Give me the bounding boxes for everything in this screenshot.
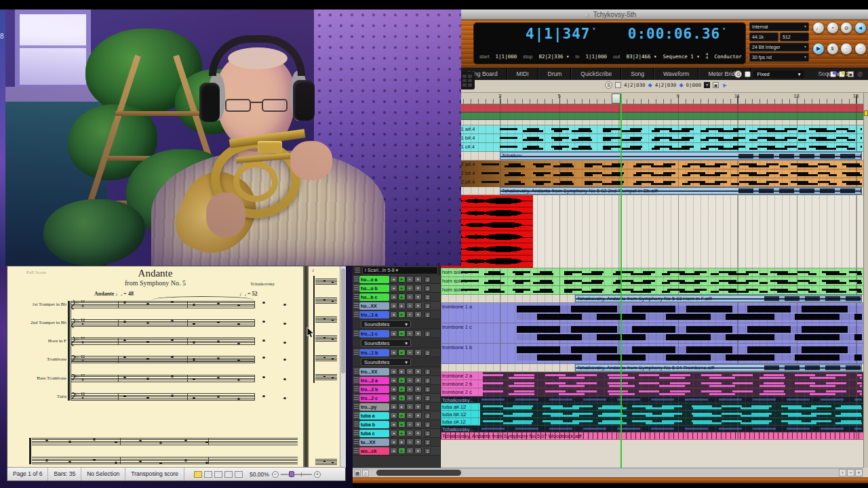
play-enable-button[interactable]: ▸: [398, 403, 406, 410]
track-name-chip[interactable]: ho...o b: [359, 285, 389, 292]
zoom-in-button[interactable]: +: [855, 469, 863, 476]
play-enable-button[interactable]: ▸: [398, 377, 406, 384]
audio-clip[interactable]: Tchaikovsky, Andante from Symphony No 5 …: [500, 187, 862, 195]
record-arm-button[interactable]: ▪: [406, 403, 414, 410]
midi-track-lane[interactable]: tuba c#.12: [441, 418, 863, 426]
marker-strip[interactable]: [441, 104, 863, 113]
zoom-slider-thumb[interactable]: [289, 471, 294, 477]
play-enable-button[interactable]: ▸: [398, 447, 406, 454]
midi-track-lane[interactable]: trumpet 2 a#.4: [441, 161, 863, 169]
track-name-chip[interactable]: ho...o a: [359, 276, 389, 283]
spread-view-icon[interactable]: [204, 471, 212, 478]
mute-button[interactable]: ◂: [390, 421, 397, 428]
track-menu-button[interactable]: ▾: [414, 293, 422, 300]
audio-track-lane[interactable]: Tchaikovsky, Andante from Symphony No 5 …: [441, 432, 863, 440]
soundbites-dropdown[interactable]: Soundbites▾: [361, 358, 411, 366]
track-name-chip[interactable]: tro...XX: [359, 368, 389, 375]
audible-mode-button[interactable]: ⊘: [840, 22, 852, 34]
vertical-scrollbar[interactable]: [863, 93, 868, 468]
record-arm-button[interactable]: ▪: [406, 421, 414, 428]
track-menu-button[interactable]: ▾: [414, 302, 422, 309]
audio-track-lane[interactable]: Tchaikovsky, Andante from Symphony No 5 …: [441, 364, 863, 372]
tab-drum[interactable]: Drum: [538, 68, 572, 80]
snap-toggle[interactable]: S: [605, 81, 612, 89]
track-row[interactable]: tro...1 b◂▸▪▾2: [353, 348, 440, 357]
track-name-chip[interactable]: tuba a: [359, 412, 389, 420]
edit-grid-checkbox[interactable]: [745, 71, 751, 77]
track-menu-button[interactable]: ▾: [414, 394, 422, 401]
audio-clip[interactable]: Tchaikov...: [500, 152, 862, 160]
drag-grip-icon[interactable]: [354, 413, 359, 419]
memory-box[interactable]: ▣: [713, 82, 719, 88]
output-assign-box[interactable]: 2: [425, 430, 431, 436]
output-assign-box[interactable]: 2: [425, 331, 431, 337]
measure-ruler[interactable]: 3579111315: [441, 93, 863, 104]
metronome-button[interactable]: ♩: [812, 22, 825, 34]
output-assign-box[interactable]: 2: [425, 413, 431, 419]
mute-button[interactable]: ◂: [390, 293, 397, 300]
countoff-button[interactable]: ◔: [827, 22, 839, 34]
output-assign-box[interactable]: 2: [425, 350, 431, 356]
record-arm-button[interactable]: ▪: [406, 349, 414, 356]
audio-track-lane[interactable]: trombone 1 b: [441, 344, 863, 364]
output-assign-box[interactable]: 2: [425, 386, 431, 392]
tool-palette-icon[interactable]: [460, 72, 475, 89]
track-name-chip[interactable]: ho...XX: [359, 302, 389, 310]
zoom-slider[interactable]: − +: [272, 471, 321, 478]
track-name-chip[interactable]: tuba c: [359, 430, 389, 437]
audio-track-lane[interactable]: Tchaikovsky...: [441, 426, 863, 432]
track-menu-button[interactable]: ▾: [414, 430, 422, 436]
drag-grip-icon[interactable]: [354, 430, 359, 436]
play-enable-button[interactable]: ▸: [398, 394, 406, 401]
track-name-chip[interactable]: tro...py: [359, 403, 389, 411]
track-menu-button[interactable]: ▾: [414, 412, 422, 419]
output-assign-box[interactable]: 2: [425, 285, 431, 291]
extra-button-1[interactable]: ·: [840, 43, 852, 55]
output-assign-box[interactable]: 2: [425, 439, 431, 445]
mute-button[interactable]: ◂: [390, 349, 397, 356]
output-assign-box[interactable]: 2: [425, 303, 431, 309]
rel-mode-box[interactable]: ▣: [848, 71, 854, 77]
play-enable-button[interactable]: ▸: [398, 276, 406, 283]
track-name-chip[interactable]: tu...XX: [359, 439, 389, 446]
zoom-out-icon[interactable]: −: [272, 471, 279, 478]
tab-waveform[interactable]: Waveform: [654, 68, 698, 80]
play-enable-button[interactable]: ▸: [398, 430, 406, 436]
playhead-handle[interactable]: [612, 94, 620, 104]
zoom-in-icon[interactable]: +: [314, 471, 321, 478]
track-row[interactable]: ho...XX◂▸▪▾2: [353, 302, 440, 310]
track-group-dropdown[interactable]: I Scarl...In 5-8 ▾: [362, 266, 438, 274]
wizard-button[interactable]: ▶: [812, 43, 825, 55]
drag-grip-icon[interactable]: [354, 395, 359, 401]
track-row[interactable]: ho...o a◂▸▪▾2: [353, 275, 440, 284]
solo-button[interactable]: $: [827, 43, 839, 55]
mute-button[interactable]: ◂: [390, 386, 397, 392]
record-arm-button[interactable]: ▪: [406, 386, 414, 392]
drag-grip-icon[interactable]: [354, 422, 359, 428]
mute-button[interactable]: ◂: [390, 377, 397, 384]
track-row[interactable]: tuba c◂▸▪▾2: [353, 429, 440, 438]
tab-quickscribe[interactable]: QuickScribe: [571, 68, 621, 80]
midi-track-lane[interactable]: trombone 2 b: [441, 380, 863, 388]
sync-dropdown[interactable]: 24 Bit Integer▾: [749, 43, 809, 52]
mute-button[interactable]: ◂: [390, 311, 397, 318]
audio-clip[interactable]: Tchaikovsky, Andante from Symphony No 5 …: [575, 295, 862, 302]
output-assign-box[interactable]: 2: [425, 312, 431, 318]
midi-track-lane[interactable]: trumpet 1 a#.4: [441, 125, 863, 134]
mute-button[interactable]: ◂: [390, 330, 397, 337]
audio-clip[interactable]: Tchaikovsky, Andante from Symphony No 5 …: [575, 364, 862, 371]
play-enable-button[interactable]: ▸: [398, 330, 406, 337]
record-arm-button[interactable]: ▪: [406, 293, 414, 300]
conductor-field[interactable]: Conductor: [714, 54, 742, 60]
track-row[interactable]: tu...XX◂▸▪▾2: [353, 438, 440, 447]
soundbites-dropdown[interactable]: Soundbites▾: [361, 339, 411, 347]
track-name-chip[interactable]: tro...2 b: [359, 386, 389, 393]
track-row[interactable]: tro...1 c◂▸▪▾2: [353, 329, 440, 338]
selection-duration-value[interactable]: 0|000: [686, 82, 702, 88]
track-row[interactable]: wo...ck◂▸▪▾2: [353, 447, 440, 455]
record-arm-button[interactable]: ▪: [406, 430, 414, 436]
track-row[interactable]: tuba b◂▸▪▾2: [353, 420, 440, 429]
transport-field-value[interactable]: 82|2|336 ▾: [538, 54, 569, 60]
scroll-right-arrow[interactable]: ›: [839, 469, 846, 476]
audio-track-lane[interactable]: trombone 1 a: [441, 303, 863, 323]
